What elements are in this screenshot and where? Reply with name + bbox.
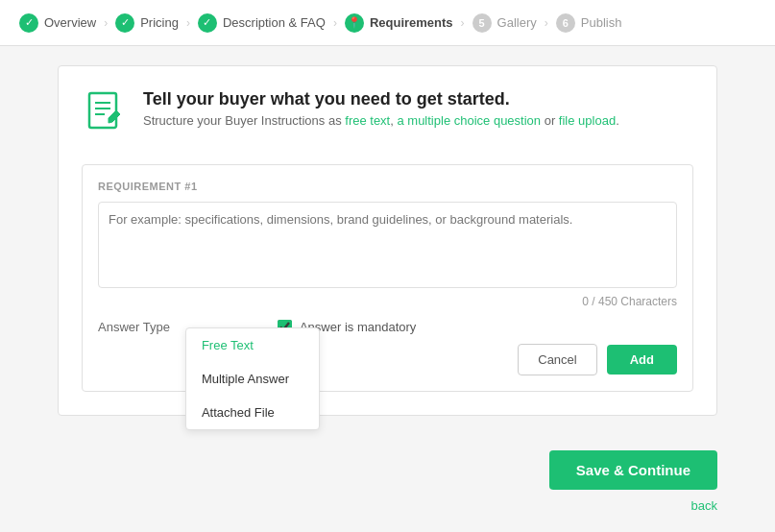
nav-item-publish[interactable]: 6 Publish [556, 13, 622, 33]
nav-item-overview[interactable]: ✓ Overview [19, 13, 96, 33]
nav-item-description[interactable]: ✓ Description & FAQ [198, 13, 326, 33]
answer-type-row: Answer Type Free Text Multiple Answer At… [98, 320, 416, 334]
nav-sep-5: › [545, 16, 548, 30]
dropdown-menu: Free Text Multiple Answer Attached File [185, 327, 320, 430]
check-icon-overview: ✓ [19, 13, 38, 33]
svg-rect-0 [89, 93, 116, 128]
dropdown-item-multiple-answer[interactable]: Multiple Answer [186, 362, 319, 396]
requirement-textarea[interactable] [98, 202, 677, 288]
nav-label-description: Description & FAQ [223, 15, 326, 30]
top-nav: ✓ Overview › ✓ Pricing › ✓ Description &… [0, 0, 775, 46]
info-text: Tell your buyer what you need to get sta… [143, 89, 619, 128]
nav-label-pricing: Pricing [140, 15, 179, 30]
requirement-box: REQUIREMENT #1 0 / 450 Characters Answer… [82, 164, 693, 392]
nav-label-publish: Publish [581, 15, 622, 30]
save-continue-button[interactable]: Save & Continue [549, 450, 717, 490]
answer-row-container: Answer Type Free Text Multiple Answer At… [98, 320, 677, 334]
check-icon-pricing: ✓ [115, 13, 134, 33]
requirement-label: REQUIREMENT #1 [98, 181, 677, 192]
nav-label-gallery: Gallery [497, 15, 537, 30]
nav-label-requirements: Requirements [370, 15, 453, 30]
info-header: Tell your buyer what you need to get sta… [82, 89, 693, 141]
dropdown-item-attached-file[interactable]: Attached File [186, 396, 319, 429]
nav-sep-3: › [333, 16, 337, 30]
nav-label-overview: Overview [44, 15, 96, 30]
back-button[interactable]: back [691, 498, 717, 513]
nav-sep-4: › [461, 16, 465, 30]
nav-sep-2: › [186, 16, 190, 30]
info-description: Structure your Buyer Instructions as fre… [143, 113, 619, 128]
pin-icon-requirements: 📍 [345, 13, 364, 33]
answer-type-label: Answer Type [98, 320, 170, 334]
char-count: 0 / 450 Characters [98, 295, 677, 308]
nav-item-pricing[interactable]: ✓ Pricing [115, 13, 179, 33]
bottom-actions: Save & Continue [0, 435, 775, 505]
nav-item-gallery[interactable]: 5 Gallery [472, 13, 537, 33]
info-title: Tell your buyer what you need to get sta… [143, 89, 619, 109]
check-icon-description: ✓ [198, 13, 217, 33]
circle-publish: 6 [556, 13, 575, 33]
nav-sep-1: › [104, 16, 108, 30]
nav-item-requirements[interactable]: 📍 Requirements [345, 13, 453, 33]
main-content: Tell your buyer what you need to get sta… [0, 46, 775, 435]
circle-gallery: 5 [472, 13, 492, 33]
document-icon [82, 89, 128, 141]
main-card: Tell your buyer what you need to get sta… [58, 65, 717, 416]
dropdown-item-free-text[interactable]: Free Text [186, 328, 319, 362]
cancel-button[interactable]: Cancel [518, 344, 596, 375]
add-button[interactable]: Add [607, 345, 677, 375]
